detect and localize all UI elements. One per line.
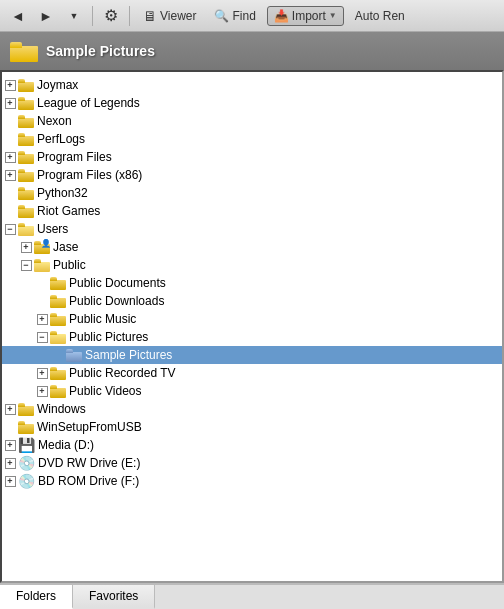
folder-icon-lol bbox=[18, 97, 34, 110]
expand-publicvideos[interactable]: + bbox=[34, 382, 50, 400]
expand-publicdownloads bbox=[34, 292, 50, 310]
tree-item-publicdownloads[interactable]: Public Downloads bbox=[2, 292, 502, 310]
tree-item-samplepictures[interactable]: Sample Pictures bbox=[2, 346, 502, 364]
label-lol: League of Legends bbox=[37, 96, 140, 110]
folder-icon-winsetupfromusb bbox=[18, 421, 34, 434]
toolbar: ◄ ► ▼ ⚙ 🖥 Viewer 🔍 Find 📥 Import ▼ Auto … bbox=[0, 0, 504, 32]
tree-item-publicvideos[interactable]: + Public Videos bbox=[2, 382, 502, 400]
tree-item-publicdocs[interactable]: Public Documents bbox=[2, 274, 502, 292]
label-jase: Jase bbox=[53, 240, 78, 254]
drive-icon-bdrom-f: 💿 bbox=[18, 473, 35, 489]
folder-icon-programfiles bbox=[18, 151, 34, 164]
header-bar: Sample Pictures bbox=[0, 32, 504, 70]
back-button[interactable]: ◄ bbox=[6, 4, 30, 28]
find-button[interactable]: 🔍 Find bbox=[207, 6, 262, 26]
tree-item-jase[interactable]: + 👤 Jase bbox=[2, 238, 502, 256]
autorun-button[interactable]: Auto Ren bbox=[348, 6, 412, 26]
tree-item-lol[interactable]: + League of Legends bbox=[2, 94, 502, 112]
tree-item-bdrom-f[interactable]: + 💿 BD ROM Drive (F:) bbox=[2, 472, 502, 490]
expand-dvdrw-e[interactable]: + bbox=[2, 454, 18, 472]
separator-2 bbox=[129, 6, 130, 26]
label-winsetupfromusb: WinSetupFromUSB bbox=[37, 420, 142, 434]
expand-winsetupfromusb bbox=[2, 418, 18, 436]
tree-item-riotgames[interactable]: Riot Games bbox=[2, 202, 502, 220]
folder-icon-public bbox=[34, 259, 50, 272]
expand-jase[interactable]: + bbox=[18, 238, 34, 256]
folder-icon-publicpictures bbox=[50, 331, 66, 344]
label-publicdownloads: Public Downloads bbox=[69, 294, 164, 308]
tree-item-public[interactable]: − Public bbox=[2, 256, 502, 274]
folder-icon-publicrecordedtv bbox=[50, 367, 66, 380]
tab-folders[interactable]: Folders bbox=[0, 585, 73, 609]
folder-icon-users bbox=[18, 223, 34, 236]
drive-icon-dvdrw-e: 💿 bbox=[18, 455, 35, 471]
label-perflogs: PerfLogs bbox=[37, 132, 85, 146]
separator-1 bbox=[92, 6, 93, 26]
tree-item-joymax[interactable]: + Joymax bbox=[2, 76, 502, 94]
label-publicpictures: Public Pictures bbox=[69, 330, 148, 344]
tree-item-programfilesx86[interactable]: + Program Files (x86) bbox=[2, 166, 502, 184]
settings-button[interactable]: ⚙ bbox=[99, 4, 123, 28]
tree-panel[interactable]: + Joymax + League of Legends Nexon bbox=[2, 72, 502, 581]
tree-item-publicmusic[interactable]: + Public Music bbox=[2, 310, 502, 328]
expand-lol[interactable]: + bbox=[2, 94, 18, 112]
bottom-tabs: Folders Favorites bbox=[0, 583, 504, 609]
folder-icon-riotgames bbox=[18, 205, 34, 218]
main-content: + Joymax + League of Legends Nexon bbox=[0, 70, 504, 583]
label-riotgames: Riot Games bbox=[37, 204, 100, 218]
expand-media-d[interactable]: + bbox=[2, 436, 18, 454]
expand-samplepictures bbox=[50, 346, 66, 364]
folder-icon-nexon bbox=[18, 115, 34, 128]
label-publicdocs: Public Documents bbox=[69, 276, 166, 290]
tree-item-programfiles[interactable]: + Program Files bbox=[2, 148, 502, 166]
expand-publicdocs bbox=[34, 274, 50, 292]
expand-bdrom-f[interactable]: + bbox=[2, 472, 18, 490]
dropdown-button[interactable]: ▼ bbox=[62, 4, 86, 28]
tab-folders-label: Folders bbox=[16, 589, 56, 603]
label-media-d: Media (D:) bbox=[38, 438, 94, 452]
label-bdrom-f: BD ROM Drive (F:) bbox=[38, 474, 139, 488]
expand-programfiles[interactable]: + bbox=[2, 148, 18, 166]
expand-python32 bbox=[2, 184, 18, 202]
label-nexon: Nexon bbox=[37, 114, 72, 128]
expand-publicpictures[interactable]: − bbox=[34, 328, 50, 346]
expand-publicmusic[interactable]: + bbox=[34, 310, 50, 328]
tree-item-dvdrw-e[interactable]: + 💿 DVD RW Drive (E:) bbox=[2, 454, 502, 472]
drive-icon-media-d: 💾 bbox=[18, 437, 35, 453]
tab-favorites[interactable]: Favorites bbox=[73, 585, 155, 609]
label-publicmusic: Public Music bbox=[69, 312, 136, 326]
tree-item-publicpictures[interactable]: − Public Pictures bbox=[2, 328, 502, 346]
label-windows: Windows bbox=[37, 402, 86, 416]
label-users: Users bbox=[37, 222, 68, 236]
tree-item-users[interactable]: − Users bbox=[2, 220, 502, 238]
expand-windows[interactable]: + bbox=[2, 400, 18, 418]
expand-joymax[interactable]: + bbox=[2, 76, 18, 94]
label-public: Public bbox=[53, 258, 86, 272]
expand-nexon bbox=[2, 112, 18, 130]
expand-users[interactable]: − bbox=[2, 220, 18, 238]
folder-icon-publicvideos bbox=[50, 385, 66, 398]
expand-publicrecordedtv[interactable]: + bbox=[34, 364, 50, 382]
label-samplepictures: Sample Pictures bbox=[85, 348, 172, 362]
expand-public[interactable]: − bbox=[18, 256, 34, 274]
expand-riotgames bbox=[2, 202, 18, 220]
folder-icon-perflogs bbox=[18, 133, 34, 146]
tree-item-python32[interactable]: Python32 bbox=[2, 184, 502, 202]
viewer-button[interactable]: 🖥 Viewer bbox=[136, 5, 203, 27]
folder-icon-joymax bbox=[18, 79, 34, 92]
forward-button[interactable]: ► bbox=[34, 4, 58, 28]
header-folder-icon bbox=[10, 40, 38, 62]
import-button[interactable]: 📥 Import ▼ bbox=[267, 6, 344, 26]
expand-perflogs bbox=[2, 130, 18, 148]
folder-icon-python32 bbox=[18, 187, 34, 200]
folder-icon-programfilesx86 bbox=[18, 169, 34, 182]
tree-item-nexon[interactable]: Nexon bbox=[2, 112, 502, 130]
tree-item-windows[interactable]: + Windows bbox=[2, 400, 502, 418]
import-label: Import bbox=[292, 9, 326, 23]
tree-item-perflogs[interactable]: PerfLogs bbox=[2, 130, 502, 148]
tree-item-winsetupfromusb[interactable]: WinSetupFromUSB bbox=[2, 418, 502, 436]
tree-item-media-d[interactable]: + 💾 Media (D:) bbox=[2, 436, 502, 454]
tree-item-publicrecordedtv[interactable]: + Public Recorded TV bbox=[2, 364, 502, 382]
label-publicrecordedtv: Public Recorded TV bbox=[69, 366, 176, 380]
expand-programfilesx86[interactable]: + bbox=[2, 166, 18, 184]
